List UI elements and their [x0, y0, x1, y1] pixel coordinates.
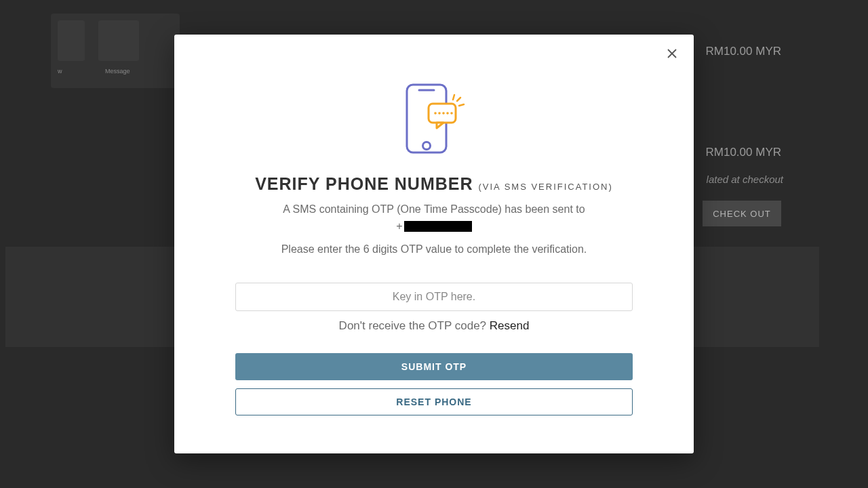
close-icon — [667, 48, 677, 59]
modal-heading: Verify Phone Number (via SMS verificatio… — [255, 174, 613, 194]
svg-line-11 — [457, 98, 460, 101]
otp-input[interactable] — [235, 283, 633, 311]
heading-main: Verify Phone Number — [255, 174, 473, 193]
svg-point-10 — [450, 112, 453, 115]
phone-line: + — [235, 220, 633, 232]
modal-overlay: Verify Phone Number (via SMS verificatio… — [0, 0, 868, 488]
redacted-phone — [404, 221, 472, 232]
svg-point-9 — [446, 112, 449, 115]
svg-point-7 — [438, 112, 441, 115]
verify-phone-modal: Verify Phone Number (via SMS verificatio… — [174, 35, 694, 454]
close-button[interactable] — [664, 45, 680, 62]
heading-sub: (via SMS verification) — [478, 182, 612, 192]
sent-text: A SMS containing OTP (One Time Passcode)… — [235, 201, 633, 218]
phone-sms-illustration — [235, 82, 633, 155]
svg-line-13 — [453, 95, 454, 100]
svg-line-12 — [459, 104, 464, 106]
svg-point-6 — [434, 112, 437, 115]
submit-otp-button[interactable]: Submit OTP — [235, 353, 633, 380]
phone-sms-icon — [403, 82, 465, 155]
phone-prefix: + — [396, 220, 402, 232]
svg-point-8 — [442, 112, 445, 115]
resend-link[interactable]: Resend — [490, 319, 530, 332]
resend-prompt: Don't receive the OTP code? — [339, 319, 490, 332]
reset-phone-button[interactable]: Reset Phone — [235, 388, 633, 415]
svg-point-4 — [423, 142, 431, 149]
resend-line: Don't receive the OTP code? Resend — [235, 319, 633, 333]
instruction-text: Please enter the 6 digits OTP value to c… — [235, 243, 633, 256]
